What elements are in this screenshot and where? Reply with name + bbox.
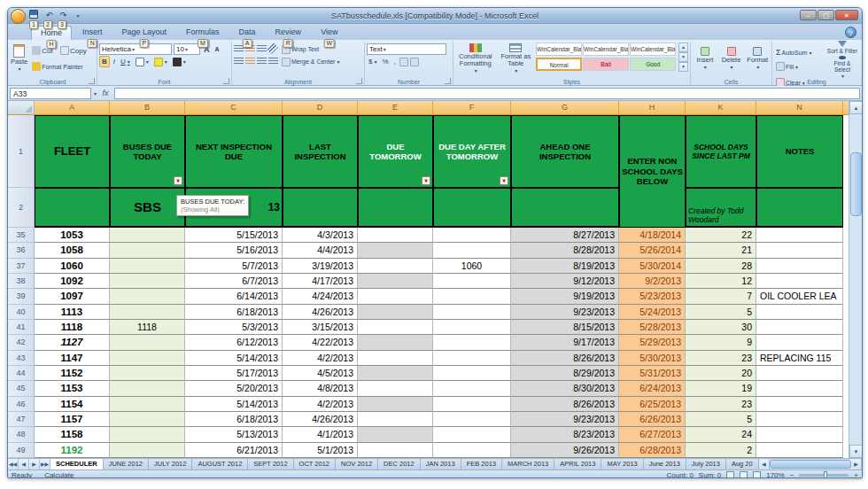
row-header-42[interactable]: 42 <box>8 335 35 350</box>
cell-G2[interactable] <box>511 188 619 228</box>
cell-E2[interactable] <box>358 188 433 228</box>
cell-A49[interactable]: 1192 <box>35 443 110 458</box>
cell-C48[interactable]: 5/13/2013 <box>185 427 283 442</box>
cell-N2[interactable] <box>756 188 843 228</box>
cell-G35[interactable]: 8/27/2013 <box>511 228 619 243</box>
cell-C46[interactable]: 5/14/2013 <box>185 397 283 412</box>
cell-B38[interactable] <box>110 274 185 289</box>
cell-K44[interactable]: 20 <box>686 366 756 381</box>
cell-K37[interactable]: 28 <box>686 259 756 274</box>
cell-E49[interactable] <box>358 443 433 458</box>
cell-A35[interactable]: 1053 <box>35 228 110 243</box>
cell-F40[interactable] <box>433 305 511 320</box>
cell-G37[interactable]: 8/19/2013 <box>511 259 619 274</box>
tab-formulas[interactable]: FormulasM <box>177 26 229 40</box>
column-header-E[interactable]: E <box>358 101 433 115</box>
sheet-tab-aug-20[interactable]: Aug 20 <box>726 459 759 470</box>
office-button[interactable] <box>11 9 26 24</box>
percent-button[interactable]: % <box>380 56 390 67</box>
zoom-out-button[interactable]: − <box>790 471 794 479</box>
cell-A40[interactable]: 1113 <box>35 305 110 320</box>
column-header-K[interactable]: K <box>686 101 756 115</box>
format-cells-button[interactable]: Format <box>745 43 770 75</box>
row-header-47[interactable]: 47 <box>8 412 35 427</box>
cell-N46[interactable] <box>756 397 843 412</box>
cell-B48[interactable] <box>110 427 185 442</box>
cell-D41[interactable]: 3/15/2013 <box>283 320 358 335</box>
prev-sheet-button[interactable]: ◀ <box>19 459 29 470</box>
format-painter-button[interactable]: Format Painter <box>30 61 84 73</box>
sheet-tab-april-2013[interactable]: APRIL 2013 <box>554 459 601 470</box>
cell-H49[interactable]: 6/28/2013 <box>619 443 686 458</box>
column-header-C[interactable]: C <box>185 101 283 115</box>
row-header-35[interactable]: 35 <box>8 228 35 243</box>
cell-C49[interactable]: 6/21/2013 <box>185 443 283 458</box>
cell-K40[interactable]: 5 <box>686 305 756 320</box>
horizontal-scrollbar[interactable]: ◀ ▶ <box>759 459 862 470</box>
autosum-button[interactable]: ΣAutoSum <box>774 47 813 58</box>
cell-N49[interactable] <box>756 443 843 458</box>
cell-N38[interactable] <box>756 274 843 289</box>
cell-G46[interactable]: 8/26/2013 <box>511 397 619 412</box>
cell-F44[interactable] <box>433 366 511 381</box>
cell-E41[interactable] <box>358 320 433 335</box>
style-chip[interactable]: WinCalendar_Bla.. <box>630 43 676 56</box>
header-cell-A1[interactable]: FLEET <box>35 115 110 188</box>
cell-G36[interactable]: 8/28/2013 <box>511 243 619 258</box>
next-sheet-button[interactable]: ▶ <box>29 459 40 470</box>
cell-H36[interactable]: 5/26/2014 <box>619 243 686 258</box>
cell-F35[interactable] <box>433 228 511 243</box>
number-format-select[interactable]: Text <box>367 43 446 55</box>
align-bottom-button[interactable] <box>257 45 267 53</box>
cell-B43[interactable] <box>110 351 185 366</box>
cell-H39[interactable]: 5/23/2013 <box>619 289 686 304</box>
header-cell-N1[interactable]: NOTES <box>756 115 843 188</box>
increase-decimal-button[interactable] <box>399 58 408 66</box>
comma-button[interactable]: , <box>392 56 398 67</box>
sheet-tab-may-2013[interactable]: MAY 2013 <box>601 459 643 470</box>
paste-button[interactable]: Paste <box>11 43 27 74</box>
sheet-tab-june-2013[interactable]: June 2013 <box>644 459 686 470</box>
fill-color-button[interactable] <box>152 56 169 67</box>
row-header-36[interactable]: 36 <box>8 243 35 258</box>
fill-button[interactable]: Fill <box>774 61 800 73</box>
autofilter-button-B[interactable]: ▾ <box>174 176 182 185</box>
cell-K36[interactable]: 21 <box>686 243 756 258</box>
close-button[interactable]: ✕ <box>835 10 858 20</box>
cell-K49[interactable]: 2 <box>686 443 756 458</box>
cell-E45[interactable] <box>358 381 433 396</box>
format-as-table-button[interactable]: Format as Table <box>498 43 535 75</box>
gallery-more-button[interactable]: ▼ <box>678 62 688 72</box>
cell-C40[interactable]: 6/18/2013 <box>185 305 283 320</box>
row-header-41[interactable]: 41 <box>8 320 35 335</box>
cell-H37[interactable]: 5/30/2014 <box>619 259 686 274</box>
cell-B41[interactable]: 1118 <box>110 320 185 335</box>
cell-F41[interactable] <box>433 320 511 335</box>
cell-K35[interactable]: 22 <box>686 228 756 243</box>
cell-D47[interactable]: 4/26/2013 <box>283 412 358 427</box>
cell-C47[interactable]: 6/18/2013 <box>185 412 283 427</box>
cell-F2[interactable] <box>433 188 511 228</box>
cell-E36[interactable] <box>358 243 433 258</box>
cell-E35[interactable] <box>358 228 433 243</box>
cell-K2[interactable]: Created by Todd Woodard <box>686 188 756 228</box>
column-header-D[interactable]: D <box>283 101 358 115</box>
cell-A41[interactable]: 1118 <box>35 320 110 335</box>
cell-B47[interactable] <box>110 412 185 427</box>
row-header-45[interactable]: 45 <box>8 381 35 396</box>
formula-input[interactable] <box>114 88 860 99</box>
cell-K42[interactable]: 9 <box>686 335 756 350</box>
autofilter-button-E[interactable]: ▾ <box>422 176 430 185</box>
cell-H42[interactable]: 5/29/2013 <box>619 335 686 350</box>
cell-H41[interactable]: 5/28/2013 <box>619 320 686 335</box>
cell-G39[interactable]: 9/19/2013 <box>511 289 619 304</box>
cell-H40[interactable]: 5/24/2013 <box>619 305 686 320</box>
cell-G42[interactable]: 9/17/2013 <box>511 335 619 350</box>
row-header-38[interactable]: 38 <box>8 274 35 289</box>
cell-H35[interactable]: 4/18/2014 <box>619 228 686 243</box>
cell-K48[interactable]: 24 <box>686 427 756 442</box>
find-select-button[interactable]: Find & Select <box>825 59 859 76</box>
copy-button[interactable]: Copy <box>58 45 89 57</box>
cell-C43[interactable]: 5/14/2013 <box>185 351 283 366</box>
alignment-dialog-launcher[interactable] <box>356 78 362 84</box>
